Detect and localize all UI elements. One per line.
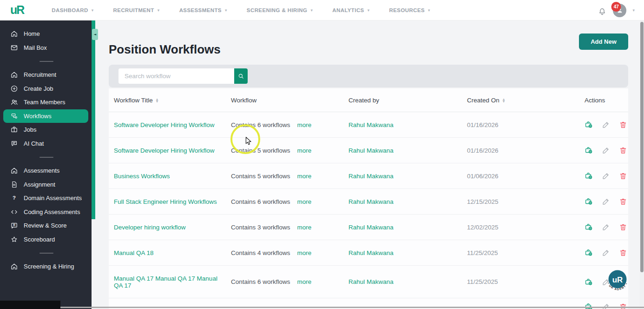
sidebar-item-mail-box[interactable]: Mail Box <box>3 41 88 55</box>
created-by-link[interactable]: Rahul Makwana <box>348 147 394 154</box>
top-right-cluster: 47 ▾ <box>598 0 635 20</box>
sidebar-item-assignment[interactable]: Assignment <box>3 178 88 192</box>
scrollbar-thumb[interactable] <box>640 22 644 272</box>
delete-icon[interactable] <box>619 249 627 257</box>
workflow-title-link[interactable]: Business Workflows <box>114 173 170 180</box>
created-by-link[interactable]: Rahul Makwana <box>348 198 394 205</box>
edit-icon[interactable] <box>602 223 610 231</box>
nav-item-dashboard[interactable]: DASHBOARD ▾ <box>52 7 93 13</box>
nav-item-resources[interactable]: RESOURCES ▾ <box>389 7 430 13</box>
created-on-text: 11/25/2025 <box>467 249 498 256</box>
sidebar-collapse-button[interactable]: ◄ <box>92 29 98 40</box>
sidebar-item-ai-chat[interactable]: AI Chat <box>3 137 88 151</box>
edit-icon[interactable] <box>602 146 610 154</box>
sidebar-item-label: Team Members <box>24 99 66 106</box>
created-on-text: 01/16/2026 <box>467 121 499 128</box>
search-section <box>109 65 628 87</box>
created-by-link[interactable]: Rahul Makwana <box>348 224 394 231</box>
add-new-button[interactable]: Add New <box>579 34 628 50</box>
assign-job-icon[interactable] <box>585 249 593 257</box>
nav-item-label: SCREENING & HIRING <box>247 7 308 13</box>
profile-chevron-down-icon[interactable]: ▾ <box>632 8 635 13</box>
sidebar-item-domain-assessments[interactable]: ? Domain Assessments <box>3 191 88 205</box>
more-link[interactable]: more <box>297 173 312 180</box>
search-box <box>118 68 248 84</box>
assign-job-icon[interactable] <box>585 121 593 129</box>
home-icon <box>10 167 18 175</box>
created-by-link[interactable]: Rahul Makwana <box>348 121 394 128</box>
sidebar-item-assessments[interactable]: Assessments <box>3 164 88 178</box>
file-icon <box>10 181 18 188</box>
edit-icon[interactable] <box>602 197 610 206</box>
delete-icon[interactable] <box>619 172 627 180</box>
more-link[interactable]: more <box>297 147 312 154</box>
nav-item-screening-hiring[interactable]: SCREENING & HIRING ▾ <box>247 7 313 13</box>
assign-job-icon[interactable] <box>585 172 593 180</box>
more-link[interactable]: more <box>297 224 312 231</box>
sidebar-item-home[interactable]: Home <box>3 27 88 41</box>
briefcase-icon <box>10 126 18 134</box>
sidebar-item-workflows[interactable]: Workflows <box>3 109 88 123</box>
delete-icon[interactable] <box>619 223 627 231</box>
sidebar-item-recruitment[interactable]: Recruitment <box>3 68 88 82</box>
created-on-text: 11/25/2025 <box>467 278 498 285</box>
workflow-title-link[interactable]: Manual QA 17 Manual QA 17 Manual QA 17 <box>114 275 217 289</box>
header-created-on[interactable]: Created On <box>467 97 583 104</box>
delete-icon[interactable] <box>619 121 627 129</box>
notifications-bell-icon[interactable] <box>598 7 607 17</box>
edit-icon[interactable] <box>602 249 610 257</box>
top-bar: uR DASHBOARD ▾ RECRUITMENT ▾ ASSESSMENTS… <box>0 0 644 20</box>
workflow-count-text: Contains 6 workflows <box>231 198 290 205</box>
sidebar-item-scoreboard[interactable]: Scoreboard <box>3 233 88 247</box>
chevron-down-icon: ▾ <box>225 8 227 13</box>
sidebar-item-label: Coding Assessments <box>24 208 80 215</box>
brand-logo[interactable]: uR <box>10 3 24 17</box>
assign-job-icon[interactable] <box>585 146 593 154</box>
assign-job-icon[interactable] <box>585 278 593 286</box>
header-label: Actions <box>585 97 605 104</box>
sort-icon[interactable] <box>503 98 505 102</box>
sidebar-item-team-members[interactable]: Team Members <box>3 95 88 109</box>
workflow-title-link[interactable]: Developer hiring workflow <box>114 224 186 231</box>
sidebar-item-review-score[interactable]: R Review & Score <box>3 219 88 233</box>
assign-job-icon[interactable] <box>585 223 593 231</box>
created-by-link[interactable]: Rahul Makwana <box>348 278 394 285</box>
more-link[interactable]: more <box>297 278 312 285</box>
workflow-title-link[interactable]: Manual QA 18 <box>114 249 154 256</box>
sidebar-item-create-job[interactable]: Create Job <box>3 82 88 96</box>
sort-icon[interactable] <box>156 98 158 102</box>
header-label: Created On <box>467 97 499 104</box>
scrollbar[interactable] <box>640 20 644 309</box>
nav-item-analytics[interactable]: ANALYTICS ▾ <box>332 7 369 13</box>
sidebar-item-label: AI Chat <box>24 140 44 147</box>
delete-icon[interactable] <box>619 146 627 154</box>
workflow-title-link[interactable]: Software Developer Hiring Workflow <box>114 121 215 128</box>
nav-item-label: ASSESSMENTS <box>179 7 222 13</box>
more-link[interactable]: more <box>297 249 312 256</box>
sidebar-divider <box>39 61 53 62</box>
table-body: Software Developer Hiring Workflow Conta… <box>109 112 628 309</box>
sidebar-item-screening-hiring[interactable]: Screening & Hiring <box>3 260 88 274</box>
header-label: Workflow Title <box>114 97 153 104</box>
sidebar-item-coding-assessments[interactable]: Coding Assessments <box>3 205 88 219</box>
workflow-title-link[interactable]: Software Developer Hiring Workflow <box>114 147 215 154</box>
created-by-link[interactable]: Rahul Makwana <box>348 249 394 256</box>
workflow-title-link[interactable]: Full Stack Engineer Hiring Workflows <box>114 198 217 205</box>
assign-job-icon[interactable] <box>585 197 593 206</box>
created-by-link[interactable]: Rahul Makwana <box>348 173 394 180</box>
edit-icon[interactable] <box>602 121 610 129</box>
sidebar-item-label: Home <box>24 30 40 37</box>
edit-icon[interactable] <box>602 172 610 180</box>
more-link[interactable]: more <box>297 198 312 205</box>
sidebar-item-label: Domain Assessments <box>24 195 82 202</box>
nav-item-assessments[interactable]: ASSESSMENTS ▾ <box>179 7 227 13</box>
sidebar-item-label: Recruitment <box>24 71 56 78</box>
table-row: Developer hiring workflow Contains 3 wor… <box>109 215 628 240</box>
delete-icon[interactable] <box>619 197 627 206</box>
sidebar-item-jobs[interactable]: Jobs <box>3 123 88 137</box>
header-workflow-title[interactable]: Workflow Title <box>109 97 231 104</box>
search-input[interactable] <box>118 68 234 84</box>
more-link[interactable]: more <box>297 121 312 128</box>
nav-item-recruitment[interactable]: RECRUITMENT ▾ <box>113 7 160 13</box>
search-button[interactable] <box>234 68 248 84</box>
